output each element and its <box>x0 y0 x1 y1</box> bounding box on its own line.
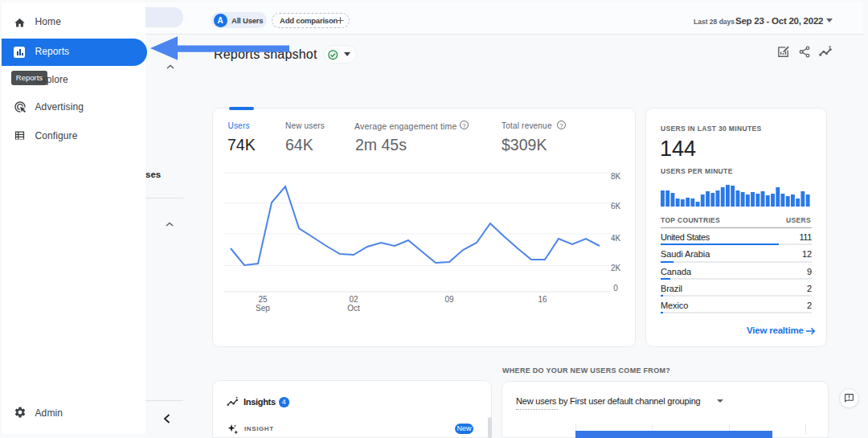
svg-text:02: 02 <box>349 295 358 304</box>
svg-text:25: 25 <box>258 295 268 304</box>
svg-text:09: 09 <box>444 295 454 304</box>
svg-text:8K: 8K <box>611 172 621 181</box>
svg-text:Oct: Oct <box>347 304 360 313</box>
svg-text:Sep: Sep <box>256 304 270 313</box>
svg-text:0: 0 <box>613 284 618 293</box>
svg-text:4K: 4K <box>611 234 621 243</box>
svg-text:6K: 6K <box>611 202 621 211</box>
svg-text:2K: 2K <box>611 264 621 272</box>
svg-text:16: 16 <box>538 295 547 304</box>
